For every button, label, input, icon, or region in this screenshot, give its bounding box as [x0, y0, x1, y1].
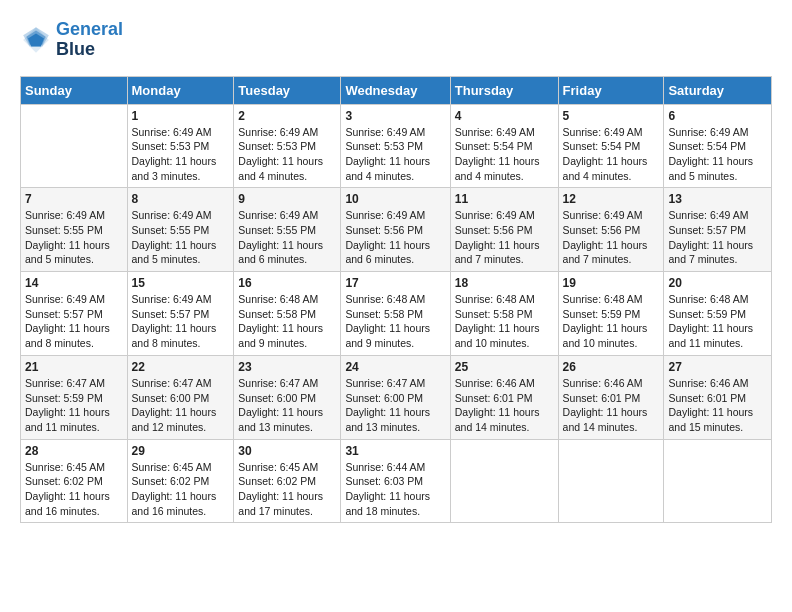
calendar-cell: 3Sunrise: 6:49 AMSunset: 5:53 PMDaylight… [341, 104, 450, 188]
day-info: Sunrise: 6:49 AMSunset: 5:54 PMDaylight:… [563, 125, 660, 184]
day-number: 19 [563, 276, 660, 290]
day-info: Sunrise: 6:49 AMSunset: 5:53 PMDaylight:… [238, 125, 336, 184]
week-row-4: 21Sunrise: 6:47 AMSunset: 5:59 PMDayligh… [21, 355, 772, 439]
day-number: 14 [25, 276, 123, 290]
day-info: Sunrise: 6:47 AMSunset: 6:00 PMDaylight:… [345, 376, 445, 435]
day-number: 20 [668, 276, 767, 290]
day-info: Sunrise: 6:49 AMSunset: 5:57 PMDaylight:… [25, 292, 123, 351]
day-number: 12 [563, 192, 660, 206]
day-number: 27 [668, 360, 767, 374]
page-header: General Blue [20, 20, 772, 60]
day-info: Sunrise: 6:49 AMSunset: 5:56 PMDaylight:… [455, 208, 554, 267]
calendar-cell: 15Sunrise: 6:49 AMSunset: 5:57 PMDayligh… [127, 272, 234, 356]
week-row-3: 14Sunrise: 6:49 AMSunset: 5:57 PMDayligh… [21, 272, 772, 356]
day-info: Sunrise: 6:45 AMSunset: 6:02 PMDaylight:… [132, 460, 230, 519]
day-number: 8 [132, 192, 230, 206]
day-info: Sunrise: 6:46 AMSunset: 6:01 PMDaylight:… [668, 376, 767, 435]
day-info: Sunrise: 6:45 AMSunset: 6:02 PMDaylight:… [238, 460, 336, 519]
day-number: 13 [668, 192, 767, 206]
calendar-cell: 17Sunrise: 6:48 AMSunset: 5:58 PMDayligh… [341, 272, 450, 356]
logo: General Blue [20, 20, 123, 60]
logo-text: General Blue [56, 20, 123, 60]
calendar-cell: 16Sunrise: 6:48 AMSunset: 5:58 PMDayligh… [234, 272, 341, 356]
calendar-table: SundayMondayTuesdayWednesdayThursdayFrid… [20, 76, 772, 524]
calendar-cell: 12Sunrise: 6:49 AMSunset: 5:56 PMDayligh… [558, 188, 664, 272]
day-info: Sunrise: 6:46 AMSunset: 6:01 PMDaylight:… [563, 376, 660, 435]
calendar-cell: 18Sunrise: 6:48 AMSunset: 5:58 PMDayligh… [450, 272, 558, 356]
day-info: Sunrise: 6:49 AMSunset: 5:55 PMDaylight:… [25, 208, 123, 267]
day-number: 4 [455, 109, 554, 123]
weekday-header-monday: Monday [127, 76, 234, 104]
weekday-header-tuesday: Tuesday [234, 76, 341, 104]
calendar-cell: 19Sunrise: 6:48 AMSunset: 5:59 PMDayligh… [558, 272, 664, 356]
day-info: Sunrise: 6:47 AMSunset: 5:59 PMDaylight:… [25, 376, 123, 435]
day-info: Sunrise: 6:49 AMSunset: 5:54 PMDaylight:… [455, 125, 554, 184]
day-info: Sunrise: 6:49 AMSunset: 5:56 PMDaylight:… [563, 208, 660, 267]
calendar-cell: 29Sunrise: 6:45 AMSunset: 6:02 PMDayligh… [127, 439, 234, 523]
day-info: Sunrise: 6:44 AMSunset: 6:03 PMDaylight:… [345, 460, 445, 519]
calendar-cell: 8Sunrise: 6:49 AMSunset: 5:55 PMDaylight… [127, 188, 234, 272]
calendar-cell: 30Sunrise: 6:45 AMSunset: 6:02 PMDayligh… [234, 439, 341, 523]
day-info: Sunrise: 6:46 AMSunset: 6:01 PMDaylight:… [455, 376, 554, 435]
logo-icon [20, 24, 52, 56]
day-number: 22 [132, 360, 230, 374]
day-number: 29 [132, 444, 230, 458]
calendar-cell: 6Sunrise: 6:49 AMSunset: 5:54 PMDaylight… [664, 104, 772, 188]
day-number: 17 [345, 276, 445, 290]
weekday-header-thursday: Thursday [450, 76, 558, 104]
day-number: 10 [345, 192, 445, 206]
day-number: 25 [455, 360, 554, 374]
day-info: Sunrise: 6:47 AMSunset: 6:00 PMDaylight:… [132, 376, 230, 435]
calendar-cell: 9Sunrise: 6:49 AMSunset: 5:55 PMDaylight… [234, 188, 341, 272]
day-info: Sunrise: 6:49 AMSunset: 5:56 PMDaylight:… [345, 208, 445, 267]
day-info: Sunrise: 6:48 AMSunset: 5:58 PMDaylight:… [455, 292, 554, 351]
day-number: 11 [455, 192, 554, 206]
calendar-cell: 4Sunrise: 6:49 AMSunset: 5:54 PMDaylight… [450, 104, 558, 188]
day-info: Sunrise: 6:49 AMSunset: 5:54 PMDaylight:… [668, 125, 767, 184]
day-number: 15 [132, 276, 230, 290]
calendar-cell: 31Sunrise: 6:44 AMSunset: 6:03 PMDayligh… [341, 439, 450, 523]
calendar-cell: 11Sunrise: 6:49 AMSunset: 5:56 PMDayligh… [450, 188, 558, 272]
calendar-cell: 20Sunrise: 6:48 AMSunset: 5:59 PMDayligh… [664, 272, 772, 356]
day-info: Sunrise: 6:49 AMSunset: 5:53 PMDaylight:… [132, 125, 230, 184]
day-info: Sunrise: 6:48 AMSunset: 5:59 PMDaylight:… [668, 292, 767, 351]
header-row: SundayMondayTuesdayWednesdayThursdayFrid… [21, 76, 772, 104]
day-info: Sunrise: 6:49 AMSunset: 5:55 PMDaylight:… [132, 208, 230, 267]
day-number: 31 [345, 444, 445, 458]
day-info: Sunrise: 6:49 AMSunset: 5:53 PMDaylight:… [345, 125, 445, 184]
day-number: 7 [25, 192, 123, 206]
calendar-cell: 5Sunrise: 6:49 AMSunset: 5:54 PMDaylight… [558, 104, 664, 188]
day-info: Sunrise: 6:48 AMSunset: 5:58 PMDaylight:… [345, 292, 445, 351]
calendar-cell: 28Sunrise: 6:45 AMSunset: 6:02 PMDayligh… [21, 439, 128, 523]
day-number: 28 [25, 444, 123, 458]
day-info: Sunrise: 6:45 AMSunset: 6:02 PMDaylight:… [25, 460, 123, 519]
day-number: 23 [238, 360, 336, 374]
day-number: 6 [668, 109, 767, 123]
calendar-cell: 25Sunrise: 6:46 AMSunset: 6:01 PMDayligh… [450, 355, 558, 439]
day-info: Sunrise: 6:48 AMSunset: 5:59 PMDaylight:… [563, 292, 660, 351]
day-number: 9 [238, 192, 336, 206]
day-number: 3 [345, 109, 445, 123]
day-info: Sunrise: 6:49 AMSunset: 5:57 PMDaylight:… [668, 208, 767, 267]
day-number: 18 [455, 276, 554, 290]
day-info: Sunrise: 6:49 AMSunset: 5:55 PMDaylight:… [238, 208, 336, 267]
calendar-cell: 7Sunrise: 6:49 AMSunset: 5:55 PMDaylight… [21, 188, 128, 272]
calendar-cell: 24Sunrise: 6:47 AMSunset: 6:00 PMDayligh… [341, 355, 450, 439]
calendar-cell [450, 439, 558, 523]
day-number: 2 [238, 109, 336, 123]
weekday-header-sunday: Sunday [21, 76, 128, 104]
weekday-header-wednesday: Wednesday [341, 76, 450, 104]
calendar-cell: 26Sunrise: 6:46 AMSunset: 6:01 PMDayligh… [558, 355, 664, 439]
day-number: 16 [238, 276, 336, 290]
week-row-1: 1Sunrise: 6:49 AMSunset: 5:53 PMDaylight… [21, 104, 772, 188]
day-info: Sunrise: 6:48 AMSunset: 5:58 PMDaylight:… [238, 292, 336, 351]
calendar-cell: 27Sunrise: 6:46 AMSunset: 6:01 PMDayligh… [664, 355, 772, 439]
day-number: 5 [563, 109, 660, 123]
day-info: Sunrise: 6:47 AMSunset: 6:00 PMDaylight:… [238, 376, 336, 435]
day-number: 26 [563, 360, 660, 374]
calendar-cell: 1Sunrise: 6:49 AMSunset: 5:53 PMDaylight… [127, 104, 234, 188]
day-number: 1 [132, 109, 230, 123]
calendar-cell: 2Sunrise: 6:49 AMSunset: 5:53 PMDaylight… [234, 104, 341, 188]
calendar-cell [558, 439, 664, 523]
calendar-cell: 10Sunrise: 6:49 AMSunset: 5:56 PMDayligh… [341, 188, 450, 272]
